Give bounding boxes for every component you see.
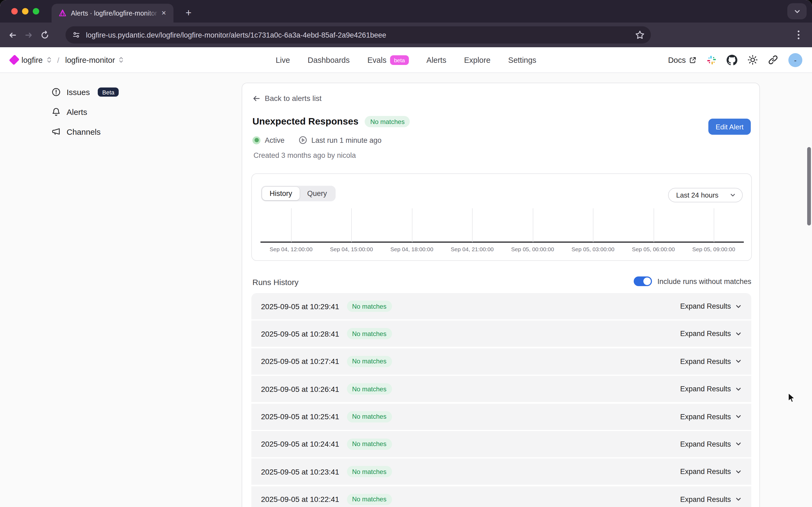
sidebar: IssuesBetaAlertsChannels xyxy=(52,82,213,142)
expand-results-button[interactable]: Expand Results xyxy=(680,495,742,503)
expand-results-button[interactable]: Expand Results xyxy=(680,357,742,365)
main-nav: LiveDashboardsEvalsbetaAlertsExploreSett… xyxy=(276,47,537,72)
chevron-down-icon xyxy=(735,386,742,392)
chevron-down-icon xyxy=(735,413,742,420)
run-match-badge: No matches xyxy=(347,356,392,367)
alert-detail-panel: Back to alerts list Unexpected Responses… xyxy=(242,83,760,507)
include-runs-toggle-label: Include runs without matches xyxy=(657,277,751,285)
nav-item-label: Dashboards xyxy=(308,56,349,64)
site-settings-icon[interactable] xyxy=(72,31,80,39)
time-range-select[interactable]: Last 24 hours xyxy=(668,188,743,203)
back-arrow-icon xyxy=(253,94,261,102)
sidebar-item-label: Alerts xyxy=(67,107,87,116)
chevron-down-icon xyxy=(735,441,742,447)
run-timestamp: 2025-09-05 at 10:29:41 xyxy=(261,302,339,311)
org-selector-chevrons-icon[interactable] xyxy=(47,56,51,64)
chevron-down-icon xyxy=(735,496,742,502)
tab-title: Alerts · logfire/logfire-monitor xyxy=(71,9,159,17)
tab-query[interactable]: Query xyxy=(300,187,335,200)
expand-results-label: Expand Results xyxy=(680,357,731,365)
active-status-icon xyxy=(253,136,261,144)
url-bar[interactable]: logfire-us.pydantic.dev/logfire/logfire-… xyxy=(65,26,651,44)
chart-tick-label: Sep 05, 03:00:00 xyxy=(561,246,625,252)
share-link-icon[interactable] xyxy=(768,55,778,65)
back-to-alerts-link[interactable]: Back to alerts list xyxy=(253,94,322,103)
tab-search-chevron-icon[interactable] xyxy=(787,3,807,19)
expand-results-label: Expand Results xyxy=(680,468,731,476)
run-timestamp: 2025-09-05 at 10:23:41 xyxy=(261,467,339,476)
nav-beta-badge: beta xyxy=(390,55,409,65)
tab-history[interactable]: History xyxy=(262,187,300,200)
tab-close-icon[interactable]: ✕ xyxy=(159,8,169,18)
docs-link[interactable]: Docs xyxy=(668,56,697,64)
run-match-badge: No matches xyxy=(347,383,392,395)
alert-title: Unexpected Responses xyxy=(253,116,359,127)
sidebar-item-channels[interactable]: Channels xyxy=(52,122,213,142)
run-timestamp: 2025-09-05 at 10:24:41 xyxy=(261,440,339,449)
expand-results-label: Expand Results xyxy=(680,412,731,420)
run-row: 2025-09-05 at 10:24:41No matchesExpand R… xyxy=(251,431,751,457)
time-range-value: Last 24 hours xyxy=(676,191,730,199)
browser-tab[interactable]: Alerts · logfire/logfire-monitor ✕ xyxy=(52,4,173,22)
browser-back-button[interactable] xyxy=(4,27,20,43)
chart-tick-label: Sep 05, 09:00:00 xyxy=(682,246,746,252)
org-selector[interactable]: logfire xyxy=(21,56,43,64)
bookmark-star-icon[interactable] xyxy=(635,30,644,40)
issues-seal-icon xyxy=(52,88,61,97)
slack-icon[interactable] xyxy=(707,55,716,65)
include-runs-toggle[interactable] xyxy=(634,276,652,286)
last-run-label: Last run 1 minute ago xyxy=(312,136,382,144)
expand-results-button[interactable]: Expand Results xyxy=(680,302,742,310)
chart-tick-label: Sep 04, 15:00:00 xyxy=(319,246,384,252)
expand-results-label: Expand Results xyxy=(680,440,731,448)
nav-item-explore[interactable]: Explore xyxy=(464,56,490,64)
nav-item-label: Live xyxy=(276,56,290,64)
browser-reload-button[interactable] xyxy=(37,27,53,43)
github-icon[interactable] xyxy=(726,54,737,65)
nav-item-dashboards[interactable]: Dashboards xyxy=(308,56,349,64)
expand-results-button[interactable]: Expand Results xyxy=(680,440,742,448)
sidebar-item-alerts[interactable]: Alerts xyxy=(52,102,213,122)
expand-results-button[interactable]: Expand Results xyxy=(680,468,742,476)
browser-toolbar: logfire-us.pydantic.dev/logfire/logfire-… xyxy=(0,22,812,47)
url-text[interactable]: logfire-us.pydantic.dev/logfire/logfire-… xyxy=(86,31,635,39)
expand-results-button[interactable]: Expand Results xyxy=(680,385,742,393)
alert-title-row: Unexpected Responses No matches xyxy=(253,116,410,127)
history-query-tabs: History Query xyxy=(261,186,336,201)
sidebar-item-issues[interactable]: IssuesBeta xyxy=(52,82,213,102)
megaphone-icon xyxy=(52,127,61,136)
nav-item-live[interactable]: Live xyxy=(276,56,290,64)
user-avatar[interactable]: - xyxy=(789,53,802,67)
run-row: 2025-09-05 at 10:26:41No matchesExpand R… xyxy=(251,376,751,402)
browser-forward-button[interactable] xyxy=(20,27,37,43)
nav-item-settings[interactable]: Settings xyxy=(508,56,537,64)
breadcrumb-divider: / xyxy=(57,56,59,64)
edit-alert-button[interactable]: Edit Alert xyxy=(708,119,751,135)
expand-results-button[interactable]: Expand Results xyxy=(680,412,742,420)
logfire-favicon-icon xyxy=(59,9,67,17)
new-tab-button[interactable]: + xyxy=(181,6,196,20)
project-selector-chevrons-icon[interactable] xyxy=(119,56,123,64)
browser-menu-kebab-icon[interactable] xyxy=(791,27,806,43)
chart-x-axis xyxy=(261,241,744,243)
docs-label: Docs xyxy=(668,56,686,64)
window-close-button[interactable] xyxy=(11,8,18,14)
logfire-logo-icon xyxy=(9,54,19,65)
nav-item-alerts[interactable]: Alerts xyxy=(426,56,446,64)
browser-window: Alerts · logfire/logfire-monitor ✕ + log… xyxy=(0,0,812,507)
window-minimize-button[interactable] xyxy=(22,8,29,14)
chart-gridline xyxy=(291,208,291,242)
expand-results-button[interactable]: Expand Results xyxy=(680,330,742,338)
chart-gridline xyxy=(714,208,714,242)
theme-sun-icon[interactable] xyxy=(748,55,758,65)
run-row: 2025-09-05 at 10:23:41No matchesExpand R… xyxy=(251,459,751,485)
window-zoom-button[interactable] xyxy=(33,8,39,14)
browser-tab-strip: Alerts · logfire/logfire-monitor ✕ + xyxy=(0,0,812,22)
app-header: logfire / logfire-monitor LiveDashboards… xyxy=(0,47,812,73)
project-selector[interactable]: logfire-monitor xyxy=(65,56,115,64)
page-scrollbar-thumb[interactable] xyxy=(807,147,811,225)
back-label: Back to alerts list xyxy=(265,94,322,103)
nav-item-evals[interactable]: Evalsbeta xyxy=(367,55,409,65)
breadcrumb: logfire / logfire-monitor xyxy=(11,47,123,72)
sidebar-item-label: Channels xyxy=(67,127,101,136)
